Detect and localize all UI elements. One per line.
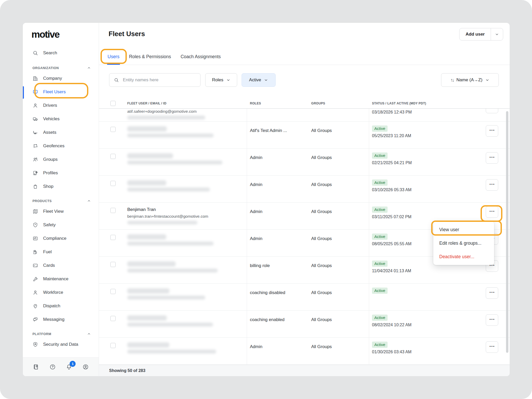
vertical-scrollbar[interactable] bbox=[506, 111, 508, 353]
status-badge: Active bbox=[372, 179, 388, 186]
account-button[interactable] bbox=[82, 364, 89, 370]
row-menu-button[interactable]: ••• bbox=[486, 125, 498, 137]
status-filter-label: Active bbox=[249, 77, 261, 83]
sidebar-section-products[interactable]: PRODUCTS bbox=[23, 193, 99, 205]
row-menu-button[interactable]: ••• bbox=[486, 179, 498, 191]
sidebar-search[interactable]: Search bbox=[23, 46, 99, 60]
select-all-checkbox[interactable] bbox=[110, 101, 116, 106]
sidebar-item-fleet-users[interactable]: Fleet Users bbox=[23, 85, 99, 99]
add-user-button[interactable]: Add user bbox=[459, 28, 503, 41]
redacted-email bbox=[127, 161, 222, 164]
page-title: Fleet Users bbox=[109, 30, 145, 38]
sidebar-item-security-and-data[interactable]: Security and Data bbox=[23, 338, 99, 351]
sort-dropdown[interactable]: ↑↓ Name (A→Z) bbox=[441, 73, 499, 87]
status-filter-dropdown[interactable]: Active bbox=[242, 73, 276, 87]
sort-label: Name (A→Z) bbox=[456, 77, 482, 83]
tab-users[interactable]: Users bbox=[108, 49, 119, 65]
row-count-text: Showing 50 of 283 bbox=[109, 368, 145, 373]
menu-item-edit-roles-groups[interactable]: Edit roles & groups... bbox=[433, 236, 494, 250]
sidebar-item-geofences[interactable]: Geofences bbox=[23, 139, 99, 153]
row-checkbox[interactable] bbox=[110, 289, 116, 294]
bell-button[interactable]: 1 bbox=[66, 364, 72, 370]
sidebar-item-dispatch[interactable]: Dispatch bbox=[23, 299, 99, 313]
sidebar-section-label: PLATFORM bbox=[32, 332, 51, 336]
sidebar-item-compliance[interactable]: Compliance bbox=[23, 232, 99, 245]
row-checkbox[interactable] bbox=[110, 127, 116, 132]
sidebar-item-vehicles[interactable]: Vehicles bbox=[23, 112, 99, 126]
user-cell bbox=[127, 338, 244, 364]
sidebar-item-label: Safety bbox=[43, 222, 56, 228]
redacted-name bbox=[127, 153, 173, 158]
status-cell: Active bbox=[372, 288, 388, 300]
redacted-name bbox=[127, 288, 169, 294]
row-checkbox[interactable] bbox=[110, 181, 116, 186]
sidebar-item-cards[interactable]: Cards bbox=[23, 259, 99, 272]
user-groups: All Groups bbox=[311, 290, 332, 295]
user-roles: Admin bbox=[250, 209, 308, 214]
sidebar-item-safety[interactable]: Safety bbox=[23, 218, 99, 232]
sidebar-nav: Search ORGANIZATIONCompanyFleet UsersDri… bbox=[23, 46, 99, 351]
sidebar-item-label: Drivers bbox=[43, 103, 57, 108]
chart-box-icon bbox=[32, 236, 38, 241]
shopping-bag-icon bbox=[32, 184, 38, 189]
entity-search-box[interactable] bbox=[109, 73, 201, 87]
roles-filter-dropdown[interactable]: Roles bbox=[205, 73, 237, 87]
menu-item-deactivate-user[interactable]: Deactivate user... bbox=[433, 250, 494, 263]
guide-book-button[interactable] bbox=[33, 364, 39, 370]
row-menu-button[interactable]: ••• bbox=[486, 206, 498, 218]
profile-gear-icon bbox=[32, 170, 38, 176]
add-user-menu-button[interactable] bbox=[491, 28, 503, 40]
account-icon bbox=[82, 364, 89, 370]
row-menu-button[interactable]: ••• bbox=[486, 287, 498, 299]
row-menu-button[interactable]: ••• bbox=[486, 109, 498, 113]
redacted-email bbox=[127, 188, 210, 191]
notification-badge: 1 bbox=[70, 361, 76, 367]
help-button[interactable] bbox=[49, 364, 56, 370]
sidebar-item-messaging[interactable]: Messaging bbox=[23, 313, 99, 326]
sidebar-item-workforce[interactable]: Workforce bbox=[23, 286, 99, 299]
sidebar-section-organization[interactable]: ORGANIZATION bbox=[23, 60, 99, 72]
sidebar-item-assets[interactable]: Assets bbox=[23, 126, 99, 139]
tab-roles-permissions[interactable]: Roles & Permissions bbox=[129, 49, 171, 65]
last-active: 08/05/2025 05:55 AM bbox=[372, 242, 411, 246]
tab-coach-assignments[interactable]: Coach Assignments bbox=[181, 49, 221, 65]
building-icon bbox=[32, 76, 38, 81]
sidebar-item-drivers[interactable]: Drivers bbox=[23, 99, 99, 112]
user-groups: All Groups bbox=[311, 236, 332, 241]
row-menu-button[interactable]: ••• bbox=[486, 341, 498, 353]
row-menu-button[interactable]: ••• bbox=[486, 314, 498, 326]
row-checkbox[interactable] bbox=[110, 262, 116, 267]
user-cell bbox=[127, 257, 244, 283]
sidebar-item-groups[interactable]: Groups bbox=[23, 153, 99, 166]
column-divider bbox=[369, 109, 369, 365]
status-badge: Active bbox=[372, 288, 388, 294]
chevron-down-icon bbox=[226, 78, 230, 82]
row-checkbox[interactable] bbox=[110, 154, 116, 159]
table-row: Admin All Groups Active 01/30/2026 03:43… bbox=[99, 338, 510, 365]
chevron-down-icon bbox=[264, 78, 268, 82]
active-nav-indicator bbox=[23, 86, 24, 99]
sidebar-item-label: Company bbox=[43, 76, 62, 81]
row-menu-button[interactable]: ••• bbox=[486, 152, 498, 164]
table-header: FLEET USER / EMAIL / ID ROLES GROUPS STA… bbox=[99, 100, 510, 109]
status-cell: Active 11/04/2024 01:13 AM bbox=[372, 261, 411, 273]
row-checkbox[interactable] bbox=[110, 208, 116, 213]
sidebar-item-fleet-view[interactable]: Fleet View bbox=[23, 205, 99, 218]
user-name: Benjiman Tran bbox=[127, 207, 156, 212]
user-roles: Admin bbox=[250, 155, 308, 160]
row-checkbox[interactable] bbox=[110, 343, 116, 348]
chevron-down-icon bbox=[485, 78, 489, 82]
row-checkbox[interactable] bbox=[110, 316, 116, 321]
menu-item-view-user[interactable]: View user bbox=[433, 223, 494, 236]
sidebar-item-fuel[interactable]: Fuel bbox=[23, 245, 99, 259]
row-checkbox[interactable] bbox=[110, 235, 116, 240]
sidebar-item-company[interactable]: Company bbox=[23, 72, 99, 85]
redacted-email bbox=[127, 296, 205, 300]
sidebar-section-platform[interactable]: PLATFORM bbox=[23, 326, 99, 338]
entity-search-input[interactable] bbox=[122, 77, 196, 83]
user-roles: coaching disabled bbox=[250, 290, 308, 295]
sidebar-item-shop[interactable]: Shop bbox=[23, 180, 99, 193]
sidebar-item-profiles[interactable]: Profiles bbox=[23, 166, 99, 180]
redacted-email bbox=[127, 323, 213, 327]
sidebar-item-maintenance[interactable]: Maintenance bbox=[23, 272, 99, 286]
